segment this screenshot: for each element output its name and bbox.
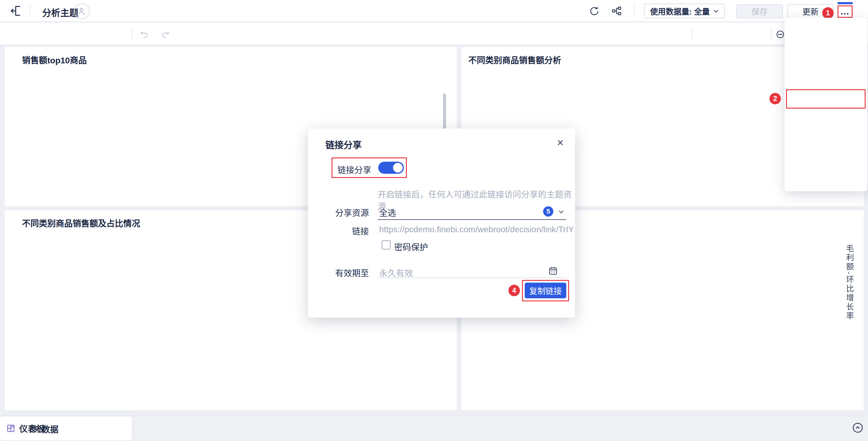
toggle-label: 链接分享 xyxy=(338,164,371,176)
close-icon[interactable]: × xyxy=(557,136,564,149)
annotation-badge-5: 5 xyxy=(543,206,553,216)
annotation-badge-4: 4 xyxy=(508,285,520,296)
dialog-title: 链接分享 xyxy=(326,138,362,151)
share-link-url[interactable]: https://pcdemo.finebi.com/webroot/decisi… xyxy=(379,225,574,234)
page-title: 分析主题 xyxy=(42,5,79,19)
divider xyxy=(771,27,772,40)
field-underline xyxy=(378,277,566,278)
share-resource-label: 分享资源 xyxy=(309,206,369,218)
collapse-icon[interactable] xyxy=(852,422,864,434)
data-volume-label: 使用数据量: 全量 xyxy=(650,5,710,17)
data-tab[interactable]: 数据 xyxy=(29,416,59,441)
table-scrollbar[interactable] xyxy=(443,93,446,130)
chevron-down-icon xyxy=(712,7,720,15)
annotation-badge-2: 2 xyxy=(770,93,781,105)
lineage-icon[interactable] xyxy=(611,6,622,17)
divider xyxy=(30,5,30,18)
top-bar: 分析主题 使用数据量: 全量 保存 更新 … 1 xyxy=(0,0,868,22)
data-volume-select[interactable]: 使用数据量: 全量 xyxy=(644,4,725,19)
dashboard-toolbar xyxy=(0,23,868,45)
user-check-icon[interactable] xyxy=(74,3,90,19)
widget-title: 不同类别商品销售额及占比情况 xyxy=(22,217,140,229)
dashboard-tab-icon xyxy=(6,423,16,433)
right-axis-title: 毛利额-环比增长率 xyxy=(844,244,855,321)
field-underline xyxy=(378,219,566,220)
refresh-icon[interactable] xyxy=(589,6,600,17)
save-button[interactable]: 保存 xyxy=(736,4,783,19)
link-label: 链接 xyxy=(309,225,369,237)
bottom-tab-bar: 数据 仪表板 xyxy=(0,416,868,441)
annotation-badge-1: 1 xyxy=(822,7,834,19)
database-icon xyxy=(29,424,38,434)
more-tools-icon[interactable] xyxy=(776,30,785,39)
tab-dashboard-active[interactable]: 仪表板 xyxy=(0,416,132,440)
copy-link-button[interactable]: 复制链接 xyxy=(525,283,566,298)
expiry-label: 有效期至 xyxy=(309,267,369,279)
divider xyxy=(132,27,132,40)
share-resource-value[interactable]: 全选 xyxy=(379,206,396,218)
divider xyxy=(634,4,635,18)
more-menu xyxy=(784,18,867,191)
redo-icon[interactable] xyxy=(160,29,170,39)
more-button[interactable]: … xyxy=(839,6,851,17)
password-label: 密码保护 xyxy=(394,241,428,253)
link-share-toggle[interactable] xyxy=(378,162,404,174)
back-icon[interactable] xyxy=(9,4,22,18)
expiry-placeholder[interactable]: 永久有效 xyxy=(379,267,413,279)
toggle-knob xyxy=(393,163,403,173)
undo-icon[interactable] xyxy=(139,29,150,39)
data-tab-label: 数据 xyxy=(41,423,59,435)
window-accent-strip xyxy=(838,2,852,4)
widget-title: 销售额top10商品 xyxy=(22,54,87,66)
password-checkbox[interactable] xyxy=(381,240,391,249)
link-share-dialog: 链接分享 × 链接分享 开启链接后，任何人可通过此链接访问分享的主题资源 分享资… xyxy=(308,128,575,318)
divider xyxy=(692,27,692,40)
